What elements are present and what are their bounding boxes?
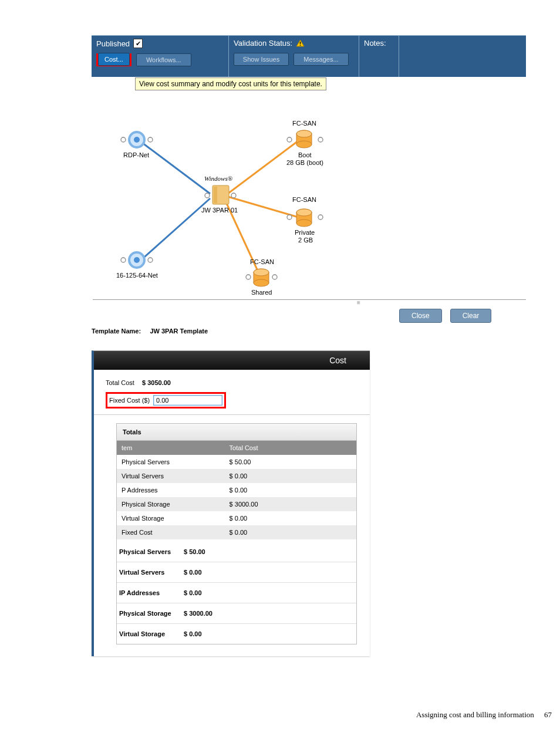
jw3par-label: JW 3PAR 01 <box>201 207 238 214</box>
svg-point-11 <box>148 258 153 262</box>
svg-point-32 <box>296 220 312 227</box>
cost-button-highlight: Cost... <box>96 53 131 66</box>
svg-rect-25 <box>214 187 217 203</box>
fcsan2-label: FC-SAN <box>292 196 316 203</box>
item-cell: Physical Storage <box>117 497 225 511</box>
svg-point-14 <box>287 137 292 142</box>
private-label1: Private <box>295 229 315 236</box>
cost-tooltip: View cost summary and modify cost units … <box>135 77 326 90</box>
totals-panel: Totals tem Total Cost Physical Servers$ … <box>116 423 357 644</box>
cost-dialog-title: Cost <box>94 351 370 370</box>
item-cell: Virtual Servers <box>117 469 225 483</box>
cost-cell: $ 0.00 <box>225 469 356 483</box>
item-cell: Fixed Cost <box>117 525 225 539</box>
template-name-value: JW 3PAR Template <box>150 328 208 335</box>
svg-point-9 <box>148 137 153 142</box>
svg-point-13 <box>231 193 236 198</box>
fcsan1-label: FC-SAN <box>292 120 316 127</box>
svg-point-36 <box>254 279 269 286</box>
summary-value: $ 0.00 <box>184 589 202 596</box>
published-checkbox[interactable]: ✔ <box>133 39 143 48</box>
boot-label2: 28 GB (boot) <box>286 159 323 166</box>
cost-dialog: Cost Total Cost $ 3050.00 Fixed Cost ($)… <box>92 350 370 656</box>
table-row: Physical Storage$ 3000.00 <box>117 497 356 511</box>
item-cell: Physical Servers <box>117 455 225 469</box>
table-row: Physical Servers$ 50.00 <box>117 455 356 469</box>
windows-label: Windows® <box>204 175 232 182</box>
cost-button[interactable]: Cost... <box>98 53 130 66</box>
svg-point-18 <box>246 275 251 279</box>
total-cost-value: $ 3050.00 <box>142 379 171 386</box>
page-footer: Assigning cost and billing information 6… <box>0 710 552 720</box>
svg-line-5 <box>228 141 298 194</box>
svg-point-12 <box>205 193 210 198</box>
summary-row: Virtual Servers$ 0.00 <box>117 562 356 583</box>
table-row: Virtual Servers$ 0.00 <box>117 469 356 483</box>
svg-line-4 <box>140 198 210 261</box>
svg-point-15 <box>318 137 323 142</box>
table-row: Virtual Storage$ 0.00 <box>117 511 356 525</box>
topology-diagram: RDP-Net 16-125-64-Net Windows® JW 3PAR 0… <box>93 106 526 300</box>
cost-cell: $ 0.00 <box>225 511 356 525</box>
drag-handle-icon[interactable]: ≡ <box>357 299 361 306</box>
private-label2: 2 GB <box>298 237 313 244</box>
totals-title: Totals <box>117 424 356 441</box>
validation-status-label: Validation Status: <box>234 39 292 48</box>
cost-cell: $ 50.00 <box>225 455 356 469</box>
svg-point-16 <box>287 215 292 220</box>
summary-label: Physical Storage <box>119 610 184 617</box>
svg-line-3 <box>140 141 210 194</box>
item-cell: Virtual Storage <box>117 511 225 525</box>
summary-label: Physical Servers <box>119 548 184 555</box>
svg-rect-2 <box>300 45 301 45</box>
col-total: Total Cost <box>225 441 356 455</box>
footer-text: Assigning cost and billing information <box>416 710 534 719</box>
summary-list: Physical Servers$ 50.00Virtual Servers$ … <box>117 542 356 644</box>
summary-value: $ 50.00 <box>184 548 205 555</box>
fcsan3-label: FC-SAN <box>250 258 274 265</box>
show-issues-button[interactable]: Show Issues <box>234 53 289 66</box>
page-number: 67 <box>544 710 552 719</box>
svg-point-17 <box>318 215 323 220</box>
svg-point-10 <box>121 258 126 262</box>
summary-row: Physical Servers$ 50.00 <box>117 542 356 562</box>
col-item: tem <box>117 441 225 455</box>
summary-value: $ 3000.00 <box>184 610 212 617</box>
svg-point-8 <box>121 137 126 142</box>
summary-row: IP Addresses$ 0.00 <box>117 583 356 603</box>
notes-label: Notes: <box>364 39 386 48</box>
total-cost-label: Total Cost <box>106 379 134 386</box>
rdp-net-label: RDP-Net <box>123 151 149 158</box>
summary-row: Virtual Storage$ 0.00 <box>117 624 356 644</box>
shared-label: Shared <box>251 289 272 296</box>
workflows-button[interactable]: Workflows... <box>136 53 191 66</box>
svg-point-28 <box>296 141 312 148</box>
svg-point-19 <box>272 275 277 279</box>
summary-value: $ 0.00 <box>184 630 202 637</box>
table-row: P Addresses$ 0.00 <box>117 483 356 497</box>
fixed-cost-input[interactable] <box>153 395 222 406</box>
table-row: Fixed Cost$ 0.00 <box>117 525 356 539</box>
summary-label: IP Addresses <box>119 589 184 596</box>
summary-label: Virtual Storage <box>119 630 184 637</box>
summary-label: Virtual Servers <box>119 569 184 576</box>
summary-value: $ 0.00 <box>184 569 202 576</box>
svg-point-37 <box>254 269 269 276</box>
cost-cell: $ 3000.00 <box>225 497 356 511</box>
svg-point-33 <box>296 209 312 216</box>
fixed-cost-label: Fixed Cost ($) <box>109 397 150 404</box>
template-name-row: Template Name: JW 3PAR Template <box>92 328 208 335</box>
published-label: Published <box>96 39 130 48</box>
svg-point-29 <box>296 130 312 137</box>
warning-icon <box>296 39 305 47</box>
svg-point-21 <box>134 137 140 143</box>
boot-label1: Boot <box>298 151 312 158</box>
net-16-label: 16-125-64-Net <box>116 272 158 279</box>
messages-button[interactable]: Messages... <box>294 53 349 66</box>
cost-cell: $ 0.00 <box>225 525 356 539</box>
clear-button[interactable]: Clear <box>450 309 492 323</box>
svg-line-6 <box>228 197 298 217</box>
toolbar: Published ✔ Cost... Workflows... Validat… <box>92 35 526 76</box>
item-cell: P Addresses <box>117 483 225 497</box>
close-button[interactable]: Close <box>399 309 442 323</box>
